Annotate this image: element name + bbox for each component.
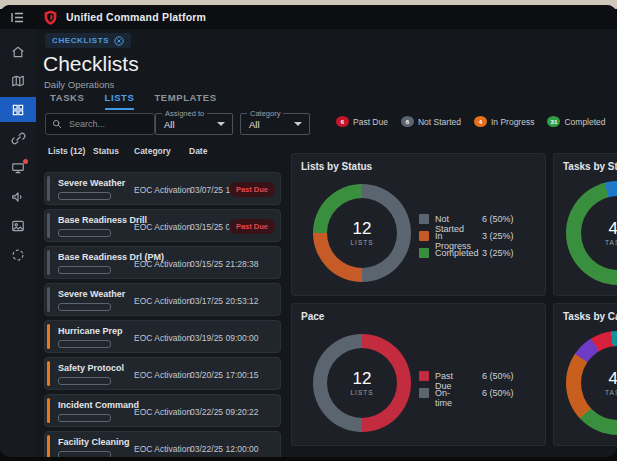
assigned-to-select[interactable]: Assigned to All	[155, 113, 233, 135]
in-progress-count-badge: 4	[474, 116, 487, 127]
category-label: Category	[247, 109, 283, 118]
list-category: EOC Activation	[134, 444, 191, 454]
sidebar-item-home[interactable]	[0, 39, 36, 64]
donut-center-label: TASKS	[605, 239, 617, 246]
search-icon	[52, 119, 62, 129]
list-date: 03/20/25 17:00:15	[190, 370, 259, 380]
panel-title: Tasks by Status	[563, 161, 617, 172]
row-accent-bar	[47, 361, 50, 386]
legend-marker	[419, 388, 429, 398]
legend-marker	[419, 248, 429, 258]
donut-center-label: LISTS	[350, 239, 373, 246]
progress-bar	[58, 451, 111, 457]
list-title: Incident Command	[58, 400, 139, 410]
table-row[interactable]: Facility CleaningEOC Activation03/22/25 …	[44, 431, 281, 457]
list-category: EOC Activation	[134, 296, 191, 306]
breadcrumb-label: CHECKLISTS	[52, 36, 109, 45]
pace-donut: 12 LISTS	[313, 334, 411, 432]
list-category: EOC Activation	[134, 185, 191, 195]
breadcrumb-chip-checklists[interactable]: CHECKLISTS	[45, 33, 131, 48]
legend-in-progress[interactable]: 4 In Progress	[474, 116, 534, 127]
progress-bar	[58, 414, 111, 422]
assigned-to-value: All	[164, 119, 175, 130]
list-category: EOC Activation	[134, 259, 191, 269]
page-title: Checklists	[43, 52, 139, 76]
legend-completed[interactable]: 31 Completed	[547, 116, 605, 127]
dashed-circle-icon	[11, 248, 25, 262]
table-row[interactable]: Base Readiness DrillEOC Activation03/15/…	[44, 209, 281, 242]
row-accent-bar	[47, 250, 50, 275]
list-title: Hurricane Prep	[58, 326, 123, 336]
row-accent-bar	[47, 435, 50, 457]
app-title: Unified Command Platform	[66, 11, 206, 23]
sidebar-item-settings[interactable]	[0, 242, 36, 267]
search-box[interactable]	[45, 113, 155, 135]
panel-title: Pace	[301, 311, 324, 322]
completed-count-badge: 31	[547, 116, 560, 127]
list-title: Severe Weather	[58, 289, 125, 299]
app-logo-shield-icon	[44, 10, 57, 25]
main-content: CHECKLISTS Checklists Daily Operations T…	[36, 29, 617, 457]
donut-center-value: 41	[609, 370, 617, 388]
column-date: Date	[189, 146, 207, 156]
tab-bar: TASKS LISTS TEMPLATES	[50, 92, 217, 110]
checklists-grid-icon	[11, 103, 25, 117]
list-date: 03/22/25 12:00:00	[190, 444, 259, 454]
legend-past-due[interactable]: 6 Past Due	[336, 116, 388, 127]
panel-tasks-by-category: Tasks by Category 41 TASKS	[553, 303, 617, 446]
image-badge-icon	[11, 219, 25, 233]
panel-lists-by-status: Lists by Status 12 LISTS Not Started 6 (…	[291, 153, 546, 296]
donut-center-value: 12	[353, 220, 372, 238]
panel-title: Lists by Status	[301, 161, 372, 172]
row-accent-bar	[47, 398, 50, 423]
chevron-down-icon	[217, 122, 225, 126]
table-row[interactable]: Base Readiness Drl (PM)EOC Activation03/…	[44, 246, 281, 279]
list-category: EOC Activation	[134, 222, 191, 232]
app-bar: Unified Command Platform	[0, 5, 617, 29]
sidebar-item-checklists[interactable]	[0, 97, 36, 122]
list-category: EOC Activation	[134, 407, 191, 417]
category-select[interactable]: Category All	[240, 113, 310, 135]
menu-toggle-button[interactable]	[0, 12, 34, 23]
list-title: Severe Weather	[58, 178, 125, 188]
not-started-count-badge: 6	[401, 116, 414, 127]
tab-templates[interactable]: TEMPLATES	[154, 92, 216, 110]
map-icon	[11, 74, 25, 88]
breadcrumb-close-icon[interactable]	[114, 36, 124, 46]
search-input[interactable]	[67, 118, 141, 130]
list-date: 03/22/25 09:20:22	[190, 407, 259, 417]
list-category: EOC Activation	[134, 333, 191, 343]
table-row[interactable]: Severe WeatherEOC Activation03/17/25 20:…	[44, 283, 281, 316]
progress-bar	[58, 303, 111, 311]
progress-bar	[58, 377, 111, 385]
table-row[interactable]: Hurricane PrepEOC Activation03/19/25 09:…	[44, 320, 281, 353]
sidebar-item-map[interactable]	[0, 68, 36, 93]
list-date: 03/19/25 09:00:00	[190, 333, 259, 343]
list-category: EOC Activation	[134, 370, 191, 380]
chevron-down-icon	[294, 122, 302, 126]
row-accent-bar	[47, 213, 50, 238]
table-row[interactable]: Safety ProtocolEOC Activation03/20/25 17…	[44, 357, 281, 390]
donut-center-value: 41	[609, 220, 617, 238]
status-badge: Past Due	[229, 182, 275, 197]
sidebar-item-announcements[interactable]	[0, 184, 36, 209]
megaphone-icon	[11, 190, 25, 204]
table-row[interactable]: Incident CommandEOC Activation03/22/25 0…	[44, 394, 281, 427]
link-icon	[11, 131, 26, 146]
panel-tasks-by-status: Tasks by Status 41 TASKS	[553, 153, 617, 296]
sidebar-item-media[interactable]	[0, 213, 36, 238]
sidebar-item-messages[interactable]	[0, 155, 36, 180]
panel-pace: Pace 12 LISTS Past Due 6 (50%) On-time 6…	[291, 303, 546, 446]
list-date: 03/15/25 21:28:38	[190, 259, 259, 269]
tab-lists[interactable]: LISTS	[105, 92, 135, 110]
donut-center-label: TASKS	[605, 389, 617, 396]
table-row[interactable]: Severe WeatherEOC Activation03/07/25 12:…	[44, 172, 281, 205]
assigned-to-label: Assigned to	[162, 109, 207, 118]
legend-marker	[419, 371, 429, 381]
tasks-by-status-donut: 41 TASKS	[566, 181, 617, 285]
tab-tasks[interactable]: TASKS	[50, 92, 85, 110]
home-icon	[11, 45, 25, 59]
sidebar-item-integrations[interactable]	[0, 126, 36, 151]
column-lists: Lists (12)	[48, 146, 85, 156]
legend-not-started[interactable]: 6 Not Started	[401, 116, 461, 127]
